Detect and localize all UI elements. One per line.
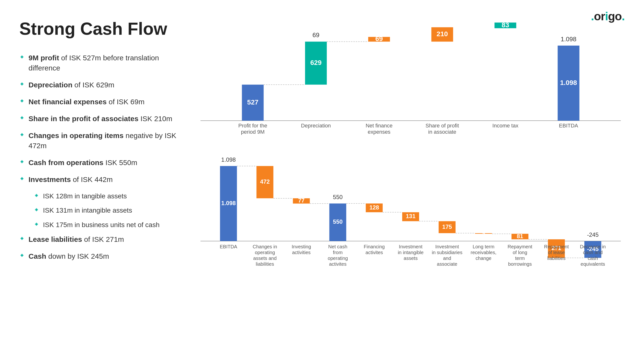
svg-text:175: 175 xyxy=(442,224,452,230)
svg-text:Depreciation: Depreciation xyxy=(301,123,331,129)
svg-text:77: 77 xyxy=(298,197,304,204)
bullet-text: ISK 175m in business units net of cash xyxy=(43,220,160,230)
svg-text:1.098: 1.098 xyxy=(221,156,236,163)
svg-text:liabilities: liabilities xyxy=(256,261,274,267)
svg-text:of lease: of lease xyxy=(548,250,565,255)
svg-text:from: from xyxy=(333,250,342,255)
svg-text:activities: activities xyxy=(292,250,311,255)
bullet-text: Cash from operations ISK 550m xyxy=(28,158,137,168)
bullet-icon xyxy=(19,81,25,87)
svg-text:550: 550 xyxy=(333,218,342,225)
svg-text:Share of profit: Share of profit xyxy=(426,123,459,129)
bullet-text: Cash down by ISK 245m xyxy=(28,251,109,261)
svg-text:-245: -245 xyxy=(587,231,598,238)
svg-text:472: 472 xyxy=(260,178,270,185)
bullet-icon xyxy=(19,159,25,164)
svg-text:term: term xyxy=(515,256,525,261)
svg-text:83: 83 xyxy=(502,21,509,29)
svg-text:Net cash: Net cash xyxy=(328,244,347,249)
svg-text:change: change xyxy=(476,256,492,261)
svg-text:assets: assets xyxy=(404,256,418,261)
svg-text:cash: cash xyxy=(588,256,598,261)
bullet-icon xyxy=(19,115,25,120)
svg-text:EBITDA: EBITDA xyxy=(220,244,238,249)
svg-text:Profit for the: Profit for the xyxy=(238,123,268,129)
svg-text:in subsidiaries: in subsidiaries xyxy=(432,250,462,255)
bullet-text: 9M profit of ISK 527m before translation… xyxy=(28,53,184,73)
bullet-icon xyxy=(34,207,39,212)
svg-text:527: 527 xyxy=(247,98,258,106)
bullet-text: Depreciation of ISK 629m xyxy=(28,80,114,90)
bullet-text: Investments of ISK 442m xyxy=(28,174,113,185)
svg-text:Repayment: Repayment xyxy=(544,244,569,249)
svg-text:operating: operating xyxy=(255,250,275,255)
chart2-svg: 1.0981.098EBITDA472Changes inoperatingas… xyxy=(193,160,628,300)
svg-text:69: 69 xyxy=(312,31,319,39)
bullet-icon xyxy=(34,222,39,227)
svg-text:Investing: Investing xyxy=(292,244,311,249)
svg-text:Investment: Investment xyxy=(399,244,422,249)
svg-text:69: 69 xyxy=(376,35,383,42)
bullet-icon xyxy=(19,176,25,181)
bullet-text: Changes in operating items negative by I… xyxy=(28,131,184,151)
svg-text:Financing: Financing xyxy=(364,244,385,249)
svg-text:activites: activites xyxy=(329,261,346,267)
bullet-icon xyxy=(34,193,39,198)
svg-text:128: 128 xyxy=(369,204,379,211)
svg-text:1.098: 1.098 xyxy=(221,200,236,206)
bullet-icon xyxy=(19,98,25,103)
svg-text:9: 9 xyxy=(482,230,485,236)
svg-text:and: and xyxy=(443,256,451,261)
svg-text:assets and: assets and xyxy=(253,256,276,261)
page-title: Strong Cash Flow xyxy=(19,19,184,38)
svg-text:1.098: 1.098 xyxy=(561,35,576,43)
svg-text:period 9M: period 9M xyxy=(241,129,265,135)
svg-text:expenses: expenses xyxy=(368,129,390,135)
svg-text:Decrease in: Decrease in xyxy=(580,244,606,249)
svg-text:210: 210 xyxy=(436,30,448,38)
svg-text:activites: activites xyxy=(366,250,383,255)
bullet-list: 9M profit of ISK 527m before translation… xyxy=(19,53,184,261)
bullet-icon xyxy=(19,132,25,137)
svg-text:131: 131 xyxy=(406,213,416,219)
svg-text:borrowings: borrowings xyxy=(508,261,532,267)
svg-text:Long term: Long term xyxy=(473,244,494,249)
bullet-text: Net financial expenses of ISK 69m xyxy=(28,97,144,107)
svg-text:associate: associate xyxy=(437,261,458,267)
chart2: 1.0981.098EBITDA472Changes inoperatingas… xyxy=(193,160,628,301)
svg-text:in associate: in associate xyxy=(428,129,456,135)
bullet-text: Lease liabilities of ISK 271m xyxy=(28,234,124,245)
bullet-icon xyxy=(19,253,25,258)
bullet-icon xyxy=(19,54,25,60)
svg-text:Income tax: Income tax xyxy=(492,123,518,129)
svg-text:1.098: 1.098 xyxy=(560,79,577,86)
right-panel: 527Profit for theperiod 9M62969Depreciat… xyxy=(193,14,628,348)
svg-text:equivalents: equivalents xyxy=(581,261,605,267)
left-panel: Strong Cash Flow 9M profit of ISK 527m b… xyxy=(19,14,184,348)
svg-text:in intangible: in intangible xyxy=(398,250,424,255)
svg-text:operating: operating xyxy=(328,256,348,261)
svg-text:liabilities: liabilities xyxy=(548,256,566,261)
svg-text:Investment: Investment xyxy=(435,244,459,249)
svg-text:of long: of long xyxy=(512,250,527,255)
chart1: 527Profit for theperiod 9M62969Depreciat… xyxy=(193,19,628,146)
svg-text:receivables,: receivables, xyxy=(470,250,496,255)
chart1-svg: 527Profit for theperiod 9M62969Depreciat… xyxy=(193,19,628,145)
svg-text:629: 629 xyxy=(310,59,322,66)
bullet-text: Share in the profit of associates ISK 21… xyxy=(28,114,172,124)
svg-text:Repayment: Repayment xyxy=(508,244,532,249)
svg-text:550: 550 xyxy=(333,194,342,200)
svg-text:Net finance: Net finance xyxy=(366,123,392,129)
svg-text:81: 81 xyxy=(517,233,523,239)
svg-text:Changes in: Changes in xyxy=(253,244,277,249)
svg-text:cash and: cash and xyxy=(583,250,603,255)
bullet-text: ISK 131m in intangible assets xyxy=(43,206,132,215)
bullet-icon xyxy=(19,236,25,241)
svg-text:EBITDA: EBITDA xyxy=(559,123,578,129)
bullet-text: ISK 128m in tangible assets xyxy=(43,191,127,201)
